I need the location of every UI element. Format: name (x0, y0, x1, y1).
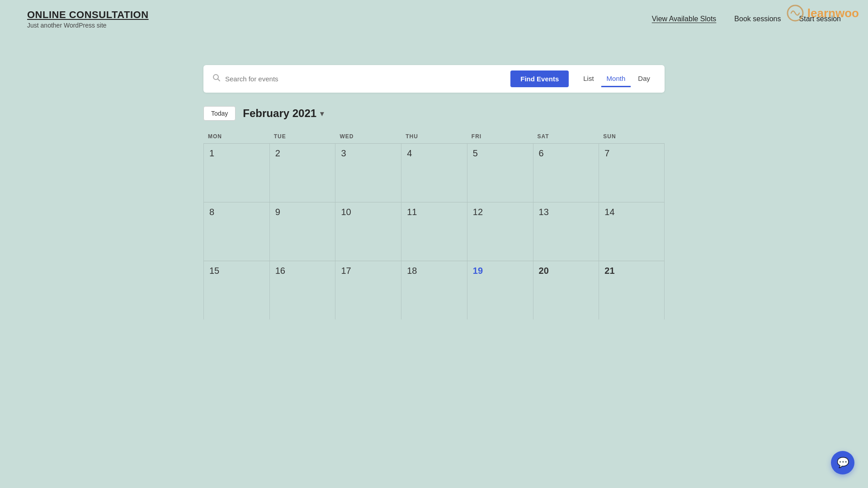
calendar-cell-17[interactable]: 17 (335, 261, 401, 319)
calendar-cell-5[interactable]: 5 (467, 143, 533, 202)
day-header-mon: MON (203, 130, 269, 143)
calendar-header-row: MON TUE WED THU FRI SAT SUN (203, 130, 665, 143)
month-display[interactable]: February 2021 ▾ (243, 107, 324, 120)
calendar-cell-9[interactable]: 9 (269, 202, 335, 261)
calendar-cell-21[interactable]: 21 (599, 261, 665, 319)
nav-link-book[interactable]: Book sessions (734, 15, 781, 23)
tab-list[interactable]: List (578, 71, 599, 87)
today-button[interactable]: Today (203, 106, 236, 121)
site-tagline: Just another WordPress site (27, 22, 149, 29)
chevron-down-icon: ▾ (320, 109, 324, 118)
calendar-cell-2[interactable]: 2 (269, 143, 335, 202)
find-events-button[interactable]: Find Events (510, 70, 569, 87)
calendar-cell-4[interactable]: 4 (401, 143, 467, 202)
day-header-wed: WED (335, 130, 401, 143)
page-header: ONLINE CONSULTATION Just another WordPre… (0, 0, 868, 29)
svg-line-2 (218, 79, 220, 81)
calendar-cell-6[interactable]: 6 (533, 143, 599, 202)
calendar-grid: MON TUE WED THU FRI SAT SUN 1 2 3 4 5 6 … (203, 130, 665, 319)
calendar-cell-1[interactable]: 1 (203, 143, 269, 202)
logo-area: learnwoo (787, 5, 859, 22)
calendar-cell-7[interactable]: 7 (599, 143, 665, 202)
nav-link-view-slots[interactable]: View Available Slots (652, 15, 717, 23)
day-header-tue: TUE (269, 130, 335, 143)
search-bar: Find Events List Month Day (203, 65, 665, 93)
chat-icon: 💬 (837, 457, 849, 469)
site-branding: ONLINE CONSULTATION Just another WordPre… (27, 9, 149, 29)
day-header-thu: THU (401, 130, 467, 143)
tab-day[interactable]: Day (632, 71, 656, 87)
main-content: Find Events List Month Day Today Februar… (194, 65, 674, 319)
calendar-cell-11[interactable]: 11 (401, 202, 467, 261)
calendar-body: 1 2 3 4 5 6 7 8 9 10 11 12 13 14 15 16 1… (203, 143, 665, 319)
day-header-sat: SAT (533, 130, 599, 143)
view-tabs: List Month Day (578, 71, 656, 87)
current-month-label: February 2021 (243, 107, 316, 120)
tab-month[interactable]: Month (601, 71, 631, 87)
calendar-cell-18[interactable]: 18 (401, 261, 467, 319)
day-header-fri: FRI (467, 130, 533, 143)
logo-text: learnwoo (807, 6, 859, 20)
calendar-nav: Today February 2021 ▾ (203, 106, 665, 121)
calendar-cell-15[interactable]: 15 (203, 261, 269, 319)
calendar-cell-12[interactable]: 12 (467, 202, 533, 261)
calendar-cell-10[interactable]: 10 (335, 202, 401, 261)
chat-button[interactable]: 💬 (831, 451, 854, 474)
calendar-cell-8[interactable]: 8 (203, 202, 269, 261)
calendar-cell-3[interactable]: 3 (335, 143, 401, 202)
day-header-sun: SUN (599, 130, 665, 143)
learnwoo-logo-icon (787, 5, 804, 22)
calendar-cell-13[interactable]: 13 (533, 202, 599, 261)
search-left (212, 74, 510, 84)
search-icon (212, 74, 221, 84)
search-right: Find Events List Month Day (510, 70, 656, 87)
calendar-cell-20[interactable]: 20 (533, 261, 599, 319)
search-input[interactable] (225, 75, 510, 83)
calendar-cell-16[interactable]: 16 (269, 261, 335, 319)
calendar-cell-19[interactable]: 19 (467, 261, 533, 319)
calendar-cell-14[interactable]: 14 (599, 202, 665, 261)
site-title: ONLINE CONSULTATION (27, 9, 149, 21)
